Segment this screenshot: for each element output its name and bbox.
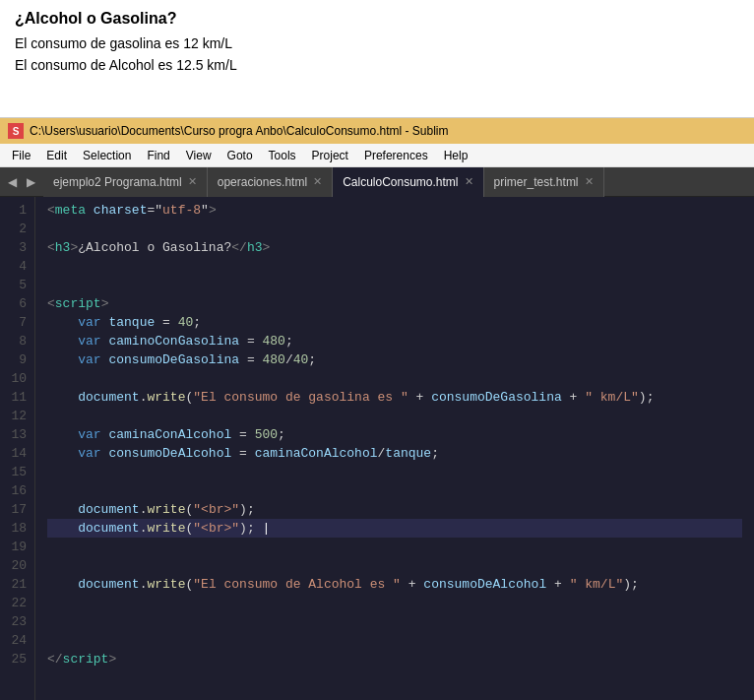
tab-operaciones[interactable]: operaciones.html ✕ [208,167,333,197]
code-line-14: var consumoDeAlcohol = caminaConAlcohol/… [47,444,742,463]
code-line-11: document.write("El consumo de gasolina e… [47,388,742,407]
nav-arrows: ◀ ▶ [0,173,43,191]
preview-line2: El consumo de Alcohol es 12.5 km/L [15,57,739,73]
tab-calculoconsumo[interactable]: CalculoConsumo.html ✕ [333,167,483,197]
sublime-icon: S [8,123,24,139]
tab-label: CalculoConsumo.html [343,175,458,189]
code-line-5 [47,276,742,294]
nav-left[interactable]: ◀ [4,173,21,191]
tab-navigation: ◀ ▶ ejemplo2 Programa.html ✕ operaciones… [0,167,754,197]
menu-view[interactable]: View [178,147,220,164]
code-content[interactable]: <meta charset="utf-8"> <h3>¿Alcohol o Ga… [35,197,754,700]
browser-preview: ¿Alcohol o Gasolina? El consumo de gasol… [0,0,754,118]
code-line-12 [47,407,742,425]
code-line-7: var tanque = 40; [47,313,742,332]
code-line-10 [47,369,742,388]
titlebar-path: C:\Users\usuario\Documents\Curso progra … [30,124,449,138]
tab-close-primertest[interactable]: ✕ [585,175,594,188]
code-line-22 [47,594,742,612]
code-line-19 [47,538,742,556]
code-line-3: <h3>¿Alcohol o Gasolina?</h3> [47,238,742,257]
code-line-2 [47,220,742,238]
code-line-17: document.write("<br>"); [47,500,742,519]
editor-titlebar: S C:\Users\usuario\Documents\Curso progr… [0,118,754,144]
code-line-15 [47,463,742,481]
code-line-16 [47,481,742,500]
tab-label: ejemplo2 Programa.html [53,175,182,189]
code-line-9: var consumoDeGasolina = 480/40; [47,350,742,369]
menu-project[interactable]: Project [304,147,356,164]
line-numbers: 1 2 3 4 5 6 7 8 9 10 11 12 13 14 15 16 1… [0,197,35,700]
menu-tools[interactable]: Tools [261,147,304,164]
code-line-18: document.write("<br>"); [47,519,742,538]
tab-primertest[interactable]: primer_test.html ✕ [484,167,604,197]
code-line-4 [47,257,742,276]
preview-line1: El consumo de gasolina es 12 km/L [15,35,739,51]
code-line-13: var caminaConAlcohol = 500; [47,425,742,444]
code-line-8: var caminoConGasolina = 480; [47,332,742,350]
tab-label: operaciones.html [218,175,307,189]
menu-bar: File Edit Selection Find View Goto Tools… [0,144,754,167]
code-line-1: <meta charset="utf-8"> [47,201,742,220]
code-line-20 [47,556,742,575]
tab-close-operaciones[interactable]: ✕ [313,175,322,188]
code-line-23 [47,612,742,631]
menu-preferences[interactable]: Preferences [356,147,436,164]
menu-help[interactable]: Help [436,147,476,164]
code-line-24 [47,631,742,650]
tab-ejemplo2[interactable]: ejemplo2 Programa.html ✕ [43,167,208,197]
menu-goto[interactable]: Goto [220,147,261,164]
menu-find[interactable]: Find [139,147,177,164]
code-line-25: </script> [47,650,742,668]
menu-file[interactable]: File [4,147,38,164]
tab-close-calculoconsumo[interactable]: ✕ [465,175,473,188]
menu-selection[interactable]: Selection [75,147,139,164]
code-line-21: document.write("El consumo de Alcohol es… [47,575,742,594]
code-line-6: <script> [47,294,742,313]
tab-label: primer_test.html [494,175,579,189]
code-editor[interactable]: 1 2 3 4 5 6 7 8 9 10 11 12 13 14 15 16 1… [0,197,754,700]
tab-close-ejemplo2[interactable]: ✕ [188,175,197,188]
menu-edit[interactable]: Edit [38,147,75,164]
nav-right[interactable]: ▶ [23,173,39,191]
preview-title: ¿Alcohol o Gasolina? [15,10,739,28]
